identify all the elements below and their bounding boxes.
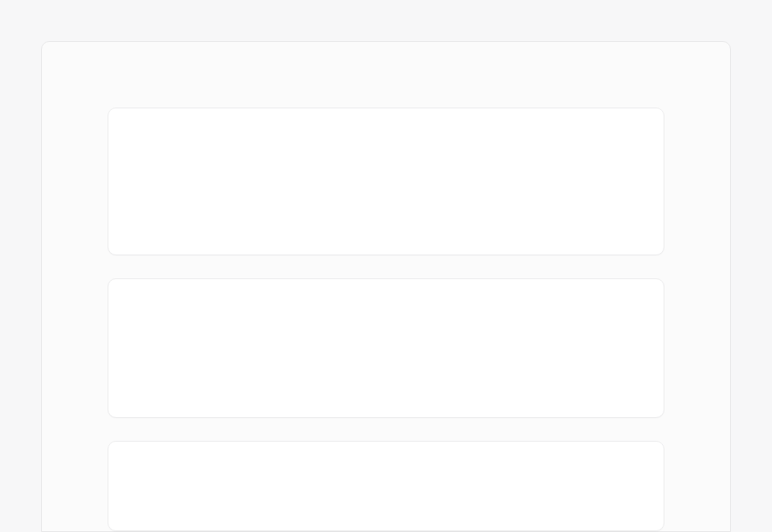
outer-container xyxy=(0,0,772,532)
main-panel xyxy=(41,41,731,532)
card xyxy=(108,278,664,418)
card-list xyxy=(108,108,664,531)
card xyxy=(108,441,664,531)
card xyxy=(108,108,664,255)
